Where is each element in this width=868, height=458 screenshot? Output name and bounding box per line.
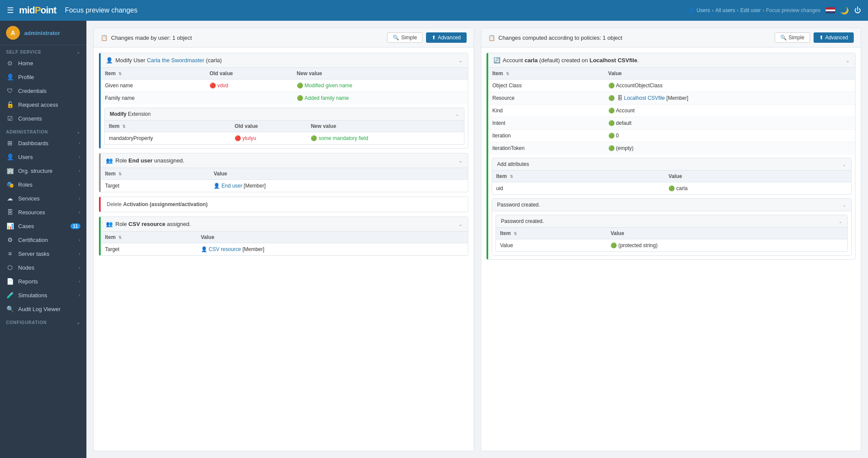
account-header[interactable]: 🔄 Account carla (default) created on Loc… [488, 53, 855, 68]
admin-section-header[interactable]: ADMINISTRATION ⌄ [0, 125, 86, 136]
right-simple-button[interactable]: 🔍 Simple [775, 32, 810, 43]
role-enduser-header[interactable]: 👥 Role End user unassigned. ⌄ [101, 153, 468, 168]
row-csv-target-val: 👤 CSV resource [Member] [197, 243, 468, 256]
sidebar-item-org-structure[interactable]: 🏢 Org. structure ‹ [0, 164, 86, 178]
app-body: A administrator SELF SERVICE ⌄ ⊙ Home 👤 … [0, 21, 868, 458]
add-icon-2: 🟢 [297, 95, 303, 101]
row-mandatory-property: mandatoryProperty [105, 132, 230, 145]
sidebar-item-consents[interactable]: ☑ Consents [0, 111, 86, 125]
sidebar-item-reports[interactable]: 📄 Reports ‹ [0, 274, 86, 288]
add-attributes-header[interactable]: Add attributes ⌄ [492, 158, 852, 171]
sort-acc-item[interactable]: ⇅ [506, 72, 509, 76]
sidebar-item-simulations[interactable]: 🧪 Simulations ‹ [0, 288, 86, 302]
sidebar: A administrator SELF SERVICE ⌄ ⊙ Home 👤 … [0, 21, 86, 458]
left-panel-header: 📋 Changes made by user: 1 object 🔍 Simpl… [94, 28, 474, 48]
breadcrumb-all-users[interactable]: All users [715, 7, 735, 13]
power-button[interactable]: ⏻ [854, 6, 861, 14]
org-arrow: ‹ [79, 168, 80, 173]
nodes-icon: ⬡ [6, 264, 14, 271]
carla-link[interactable]: Carla the Swordmaster [147, 57, 204, 64]
consents-icon: ☑ [6, 115, 14, 122]
modify-extension-header[interactable]: Modify Extension ⌄ [105, 108, 464, 121]
kind-add-icon: 🟢 [608, 108, 615, 114]
config-section-header[interactable]: CONFIGURATION ⌄ [0, 316, 86, 327]
search-icon: 🔍 [393, 35, 399, 41]
sidebar-user-section: A administrator [0, 21, 86, 45]
role-csv-header[interactable]: 👥 Role CSV resource assigned. ⌄ [101, 217, 468, 232]
localhost-csvfile-link[interactable]: Localhost CSVfile [624, 95, 665, 101]
sidebar-item-services[interactable]: ☁ Services ‹ [0, 191, 86, 205]
sidebar-item-roles[interactable]: 🎭 Roles ‹ [0, 178, 86, 191]
resources-icon: 🗄 [6, 209, 14, 216]
left-simple-button[interactable]: 🔍 Simple [387, 32, 423, 43]
sidebar-item-resources[interactable]: 🗄 Resources ‹ [0, 205, 86, 219]
dashboards-arrow: ‹ [79, 140, 80, 146]
remove-icon-ext: 🔴 [235, 135, 241, 141]
end-user-link[interactable]: End user [222, 183, 242, 189]
add-attr-chevron: ⌄ [843, 162, 846, 167]
logo: midPoint [19, 5, 56, 16]
sidebar-item-request-access[interactable]: 🔓 Request access [0, 98, 86, 111]
sort-icon-item[interactable]: ⇅ [118, 72, 122, 76]
role-csv-icon: 👥 [106, 221, 113, 227]
table-row: Kind 🟢Account [488, 105, 855, 117]
sidebar-item-home[interactable]: ⊙ Home [0, 56, 86, 70]
col-pwd-item: Item ⇅ [496, 228, 607, 239]
row-intent-val: 🟢default [604, 117, 855, 130]
add-attributes-table: Item ⇅ Value uid 🟢carla [492, 171, 852, 194]
breadcrumb-user-icon: 👤 [688, 7, 695, 13]
sort-ext-item[interactable]: ⇅ [122, 124, 126, 129]
right-panel: 📋 Changes computed according to policies… [481, 28, 862, 451]
col-item: Item ⇅ [101, 68, 205, 80]
roles-arrow: ‹ [79, 182, 80, 187]
table-row: iterationToken 🟢(empty) [488, 142, 855, 155]
account-chevron: ⌄ [846, 57, 850, 64]
sort-attr-item[interactable]: ⇅ [510, 175, 513, 179]
sidebar-item-certification[interactable]: ⚙ Certification ‹ [0, 233, 86, 247]
sidebar-item-profile[interactable]: 👤 Profile [0, 70, 86, 84]
sidebar-item-dashboards[interactable]: ⊞ Dashboards ‹ [0, 136, 86, 150]
password-created-outer: Password created. ⌄ Password created. ⌄ [492, 198, 852, 256]
modify-user-header[interactable]: 👤 Modify User Carla the Swordmaster (car… [101, 53, 468, 68]
row-old-family-name [205, 92, 293, 105]
table-row: Target 👤 CSV resource [Member] [101, 243, 468, 256]
right-search-icon: 🔍 [780, 35, 787, 41]
res-add-icon: 🟢 [608, 95, 615, 101]
certification-icon: ⚙ [6, 236, 14, 243]
breadcrumb-current: Focus preview changes [766, 7, 820, 13]
right-advanced-button[interactable]: ⬆ Advanced [814, 32, 854, 43]
right-panel-title: Changes computed according to policies: … [499, 35, 771, 41]
password-outer-header[interactable]: Password created. ⌄ [492, 199, 852, 211]
left-advanced-button[interactable]: ⬆ Advanced [426, 32, 466, 43]
row-new-mandatory: 🟢some mandatory field [306, 132, 464, 145]
csv-resource-link[interactable]: CSV resource [209, 246, 241, 252]
audit-log-icon: 🔍 [6, 305, 14, 312]
row-old-given-name: 🔴vdvd [205, 80, 293, 92]
hamburger-menu[interactable]: ☰ [7, 6, 14, 15]
password-inner-header[interactable]: Password created. ⌄ [496, 215, 848, 228]
breadcrumb-edit-user[interactable]: Edit user [741, 7, 761, 13]
roles-icon: 🎭 [6, 181, 14, 188]
sort-pwd-item[interactable]: ⇅ [514, 232, 517, 236]
resources-arrow: ‹ [79, 210, 80, 215]
sidebar-item-nodes[interactable]: ⬡ Nodes ‹ [0, 261, 86, 274]
sort-eu-item[interactable]: ⇅ [118, 172, 122, 176]
extension-table: Item ⇅ Old value New value mandatoryProp… [105, 121, 464, 144]
dark-mode-toggle[interactable]: 🌙 [840, 6, 849, 15]
self-service-header[interactable]: SELF SERVICE ⌄ [0, 45, 86, 56]
sidebar-username[interactable]: administrator [24, 30, 60, 36]
sort-csv-item[interactable]: ⇅ [118, 235, 122, 240]
left-panel-title: Changes made by user: 1 object [111, 35, 384, 41]
delete-activation-section: Delete Activation (assignment/activation… [99, 197, 468, 212]
add-icon-ext: 🟢 [311, 135, 317, 141]
language-flag[interactable] [826, 7, 835, 13]
sidebar-item-credentials[interactable]: 🛡 Credentials [0, 84, 86, 98]
sidebar-item-audit-log[interactable]: 🔍 Audit Log Viewer [0, 302, 86, 316]
breadcrumb-users[interactable]: Users [696, 7, 710, 13]
sidebar-item-cases[interactable]: 📊 Cases 11 [0, 219, 86, 233]
sidebar-item-server-tasks[interactable]: ≡ Server tasks ‹ [0, 247, 86, 261]
password-inner-chevron: ⌄ [839, 219, 842, 224]
csv-person-icon: 👤 [201, 246, 207, 252]
sidebar-item-users[interactable]: 👤 Users ‹ [0, 150, 86, 164]
row-resource-val: 🟢 🗄 Localhost CSVfile [Member] [604, 92, 855, 105]
